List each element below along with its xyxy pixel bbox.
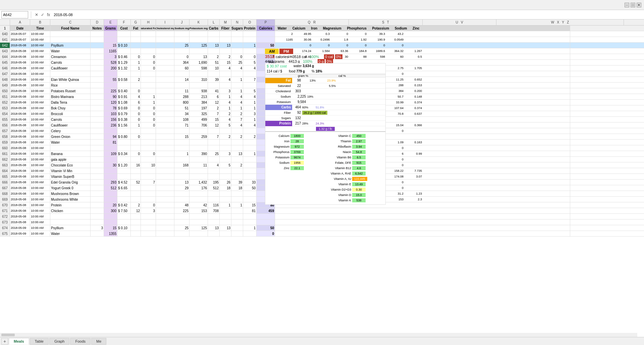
food-name-cell[interactable]: Dalla Terra: [50, 100, 91, 105]
fat-cell[interactable]: 0: [131, 117, 141, 122]
grams-cell[interactable]: 109: [104, 151, 117, 156]
sugars-cell[interactable]: 4: [231, 122, 243, 128]
potassium-cell[interactable]: 598: [190, 65, 208, 71]
grams-cell[interactable]: 103: [104, 111, 117, 116]
saturated-cell[interactable]: [141, 88, 156, 94]
time-cell[interactable]: 10:00 AM: [30, 117, 50, 122]
sugars-cell[interactable]: 39: [231, 180, 243, 185]
notes-cell[interactable]: [91, 197, 104, 202]
fat-cell[interactable]: [131, 31, 141, 37]
fat-cell[interactable]: [131, 168, 141, 174]
potassium-cell[interactable]: [190, 157, 208, 162]
sugars-cell[interactable]: 25: [231, 60, 243, 65]
saturated-cell[interactable]: [141, 174, 156, 179]
carbs-cell[interactable]: 13: [208, 225, 220, 231]
col-f-header[interactable]: F: [117, 19, 131, 25]
grams-cell[interactable]: [104, 191, 117, 196]
potassium-cell[interactable]: [190, 214, 208, 219]
date-cell[interactable]: 2018-05-08: [10, 219, 30, 225]
grams-cell[interactable]: [104, 31, 117, 37]
carbs-cell[interactable]: [208, 31, 220, 37]
notes-cell[interactable]: 3: [91, 225, 104, 231]
date-cell[interactable]: 2018-05-08: [10, 94, 30, 99]
saturated-cell[interactable]: 7: [141, 180, 156, 185]
tab-foods[interactable]: Foods: [70, 338, 91, 345]
fat-cell[interactable]: 0: [131, 151, 141, 156]
notes-cell[interactable]: [91, 100, 104, 105]
food-name-cell[interactable]: [50, 31, 91, 37]
notes-cell[interactable]: [91, 54, 104, 59]
extra-data-cell[interactable]: [275, 219, 570, 225]
table-row[interactable]: 672 2018-05-08 10:00 AM: [0, 214, 644, 219]
saturated-cell[interactable]: [141, 219, 156, 225]
sodium-cell[interactable]: 225: [174, 208, 190, 213]
protein-cell[interactable]: 1: [243, 43, 257, 48]
protein-cell[interactable]: 4: [243, 94, 257, 99]
protein-cell[interactable]: [243, 197, 257, 202]
fiber-cell[interactable]: [220, 37, 231, 42]
protein-cell[interactable]: 1: [243, 151, 257, 156]
potassium-cell[interactable]: [190, 191, 208, 196]
grams-cell[interactable]: [104, 71, 117, 77]
carbs-cell[interactable]: 7: [208, 134, 220, 139]
cost-cell[interactable]: [117, 157, 131, 162]
food-name-cell[interactable]: Banana: [50, 151, 91, 156]
fiber-cell[interactable]: [220, 231, 231, 236]
table-row[interactable]: 674 2018-05-09 10:00 AM Psyllium 3 15 $ …: [0, 225, 644, 231]
potassium-cell[interactable]: [190, 140, 208, 145]
food-name-cell[interactable]: Cinnamon: [50, 54, 91, 59]
saturated-cell[interactable]: [141, 145, 156, 151]
potassium-cell[interactable]: [190, 48, 208, 54]
cost-cell[interactable]: [117, 168, 131, 174]
time-cell[interactable]: 10:00 AM: [30, 71, 50, 77]
potassium-cell[interactable]: 259: [190, 134, 208, 139]
food-name-cell[interactable]: Broccoli: [50, 111, 91, 116]
cost-cell[interactable]: [117, 174, 131, 179]
sodium-cell[interactable]: [174, 37, 190, 42]
time-cell[interactable]: 10:00 AM: [30, 185, 50, 191]
fiber-cell[interactable]: [220, 208, 231, 213]
potassium-cell[interactable]: [190, 231, 208, 236]
food-name-cell[interactable]: Protein: [50, 202, 91, 208]
saturated-cell[interactable]: 0: [141, 151, 156, 156]
carbs-cell[interactable]: [208, 37, 220, 42]
cost-cell[interactable]: $ 0.46: [117, 54, 131, 59]
fiber-cell[interactable]: 5: [220, 162, 231, 168]
protein-cell[interactable]: [243, 48, 257, 54]
sugars-cell[interactable]: 0: [231, 54, 243, 59]
carbs-cell[interactable]: [208, 174, 220, 179]
notes-cell[interactable]: [91, 231, 104, 236]
sodium-cell[interactable]: [174, 128, 190, 134]
grams-cell[interactable]: [104, 214, 117, 219]
cholesterol-cell[interactable]: [156, 77, 174, 82]
grams-cell[interactable]: [104, 168, 117, 174]
col-p-header[interactable]: P: [257, 19, 275, 25]
fiber-cell[interactable]: [220, 31, 231, 37]
table-row[interactable]: 641 2018-05-07 10:00 AM 116530.060.24961…: [0, 37, 644, 43]
cost-cell[interactable]: $ 0.10: [117, 43, 131, 48]
saturated-cell[interactable]: 0: [141, 54, 156, 59]
sodium-cell[interactable]: 13: [174, 180, 190, 185]
add-sheet-button[interactable]: +: [1, 338, 8, 345]
calories-cell[interactable]: 7: [257, 54, 275, 59]
sodium-cell[interactable]: 15: [174, 134, 190, 139]
calories-cell[interactable]: 0: [257, 48, 275, 54]
saturated-cell[interactable]: 0: [141, 65, 156, 71]
grams-cell[interactable]: 1355: [104, 231, 117, 236]
close-button[interactable]: ✕: [637, 3, 641, 7]
saturated-cell[interactable]: [141, 134, 156, 139]
saturated-cell[interactable]: [141, 185, 156, 191]
food-name-cell[interactable]: Elan White Quinoa: [50, 77, 91, 82]
protein-cell[interactable]: 5: [243, 60, 257, 65]
sugars-cell[interactable]: 1: [231, 202, 243, 208]
protein-cell[interactable]: [243, 140, 257, 145]
saturated-cell[interactable]: [141, 168, 156, 174]
cost-cell[interactable]: [117, 219, 131, 225]
col-h-header[interactable]: H: [141, 19, 156, 25]
potassium-cell[interactable]: [190, 219, 208, 225]
fat-cell[interactable]: [131, 71, 141, 77]
saturated-cell[interactable]: [141, 71, 156, 77]
cost-cell[interactable]: $ 0.69: [117, 105, 131, 111]
table-row[interactable]: 673 2018-05-08 10:00 AM: [0, 219, 644, 225]
calories-cell[interactable]: [257, 31, 275, 37]
